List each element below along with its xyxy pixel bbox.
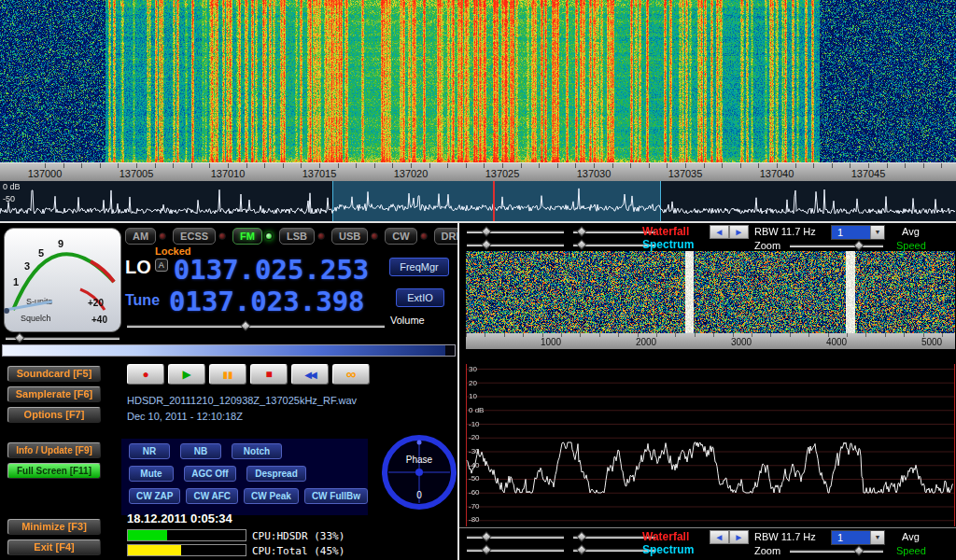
despread-button[interactable]: Despread [246, 466, 306, 482]
control-panels: 1 3 5 9 +20 +40 S-units Squelch AM ECSS [0, 221, 956, 560]
slider-handle[interactable] [576, 239, 586, 249]
waterfall-label: Waterfall [642, 530, 689, 543]
zoom-in-button[interactable]: ► [729, 530, 749, 544]
pause-button[interactable]: ▮▮ [209, 364, 246, 385]
mode-am: AM [125, 228, 166, 245]
mode-am-led-icon [159, 232, 166, 240]
main-spectrum-trace [0, 181, 956, 221]
cpu-total-bar [127, 544, 246, 556]
db-axis-label: -50 [3, 194, 15, 203]
rewind-button[interactable]: ◀◀ [291, 364, 329, 385]
mode-fm-button[interactable]: FM [232, 228, 262, 245]
avg-select-value: 1 [832, 531, 870, 544]
meter-tick: 1 [13, 276, 19, 287]
cw-afc-button[interactable]: CW AFC [186, 488, 238, 504]
combo-arrow-icon[interactable]: ▼ [870, 531, 884, 544]
mode-am-button[interactable]: AM [125, 228, 156, 245]
zoom-in-button[interactable]: ► [729, 225, 749, 239]
freq-scale-label: 137010 [200, 168, 256, 179]
zoom-out-button[interactable]: ◄ [710, 225, 729, 239]
cw-fullbw-button[interactable]: CW FullBw [304, 488, 368, 504]
volume-label: Volume [390, 315, 425, 326]
mode-cw-button[interactable]: CW [385, 228, 416, 245]
lo-frequency-value[interactable]: 0137.025.253 [174, 257, 370, 283]
db-axis-label: 0 dB [3, 182, 21, 191]
slider-handle[interactable] [576, 226, 586, 236]
nr-button[interactable]: NR [129, 443, 170, 459]
phase-value: 0 [416, 490, 422, 500]
spectrum-brightness-slider[interactable] [467, 241, 564, 250]
main-spectrum-display[interactable]: 0 dB -50 [0, 181, 956, 221]
fullscreen-button[interactable]: Full Screen [F11] [7, 463, 101, 479]
squelch-slider[interactable] [6, 334, 120, 343]
stop-button[interactable]: ■ [250, 364, 288, 385]
cpu-hdsdr-text: CPU:HDSDR (33%) [252, 530, 344, 542]
mode-usb-led-icon [371, 232, 378, 240]
cw-zap-button[interactable]: CW ZAP [129, 488, 180, 504]
main-tuning-slider-thumb[interactable] [3, 345, 445, 356]
soundcard-button[interactable]: Soundcard [F5] [7, 366, 101, 382]
mode-lsb: LSB [279, 228, 325, 245]
freqmgr-button[interactable]: FreqMgr [389, 258, 449, 276]
mode-usb-button[interactable]: USB [331, 228, 368, 245]
main-waterfall-display[interactable] [0, 0, 956, 162]
avg-select[interactable]: 1 ▼ [831, 530, 885, 545]
waterfall-brightness-slider[interactable] [467, 533, 564, 542]
af-frequency-scale[interactable]: 1000 2000 3000 4000 5000 [466, 333, 955, 349]
loop-button[interactable]: ∞ [332, 364, 370, 385]
slider-handle[interactable] [576, 531, 586, 541]
slider-handle[interactable] [481, 544, 491, 554]
minimize-button[interactable]: Minimize [F3] [7, 519, 101, 535]
af-db-label: 30 [469, 365, 477, 373]
slider-handle[interactable] [853, 240, 864, 250]
mute-button[interactable]: Mute [129, 466, 174, 482]
zoom-out-button[interactable]: ◄ [710, 530, 729, 544]
info-update-button[interactable]: Info / Update [F9] [7, 442, 101, 458]
cw-peak-button[interactable]: CW Peak [244, 488, 299, 504]
volume-slider-track [127, 325, 385, 328]
meter-tick: 9 [58, 238, 63, 249]
lo-lock-badge[interactable]: A [155, 259, 168, 272]
squelch-slider-handle[interactable] [14, 332, 24, 343]
slider-handle[interactable] [481, 531, 491, 541]
volume-slider-handle[interactable] [240, 320, 250, 330]
mode-ecss-button[interactable]: ECSS [173, 228, 216, 245]
phase-indicator: Phase 0 [379, 430, 459, 514]
options-button[interactable]: Options [F7] [7, 407, 101, 423]
nb-button[interactable]: NB [180, 443, 221, 459]
record-icon: ● [142, 368, 148, 381]
slider-handle[interactable] [853, 545, 864, 555]
samplerate-button[interactable]: Samplerate [F6] [7, 386, 101, 402]
combo-arrow-icon[interactable]: ▼ [870, 226, 884, 239]
exit-button[interactable]: Exit [F4] [7, 539, 101, 555]
slider-handle[interactable] [481, 226, 491, 236]
rbw-label: RBW 11.7 Hz [754, 226, 816, 237]
slider-handle[interactable] [576, 544, 586, 554]
af-scale-label: 4000 [818, 337, 855, 347]
extio-button[interactable]: ExtIO [396, 288, 444, 307]
tune-frequency-row: Tune 0137.023.398 [125, 288, 365, 315]
speed-label: Speed [896, 545, 926, 556]
play-button[interactable]: ▶ [168, 364, 205, 385]
zoom-slider[interactable] [790, 547, 883, 556]
notch-button[interactable]: Notch [232, 443, 282, 459]
avg-select[interactable]: 1 ▼ [831, 225, 885, 240]
loop-icon: ∞ [346, 366, 357, 382]
af-spectrum-display[interactable]: 30 20 10 0 dB -10 -20 -30 -40 -50 -60 -7… [466, 364, 955, 526]
af-waterfall-display[interactable] [466, 251, 955, 333]
zoom-slider[interactable] [790, 242, 883, 251]
mode-lsb-led-icon [317, 232, 325, 240]
agc-off-button[interactable]: AGC Off [184, 466, 236, 482]
slider-handle[interactable] [481, 239, 491, 249]
volume-slider[interactable] [127, 322, 385, 331]
mode-lsb-button[interactable]: LSB [279, 228, 315, 245]
main-frequency-scale[interactable]: 137000 137005 137010 137015 137020 13702… [0, 162, 956, 181]
tune-frequency-value[interactable]: 0137.023.398 [169, 288, 365, 315]
s-meter: 1 3 5 9 +20 +40 S-units Squelch [4, 228, 121, 332]
recording-filename: HDSDR_20111210_120938Z_137025kHz_RF.wav [127, 395, 357, 406]
waterfall-brightness-slider[interactable] [467, 228, 564, 237]
spectrum-brightness-slider[interactable] [467, 546, 564, 555]
main-tuning-slider[interactable] [2, 344, 456, 357]
record-button[interactable]: ● [127, 364, 164, 385]
af-scale-label: 1000 [532, 337, 569, 347]
